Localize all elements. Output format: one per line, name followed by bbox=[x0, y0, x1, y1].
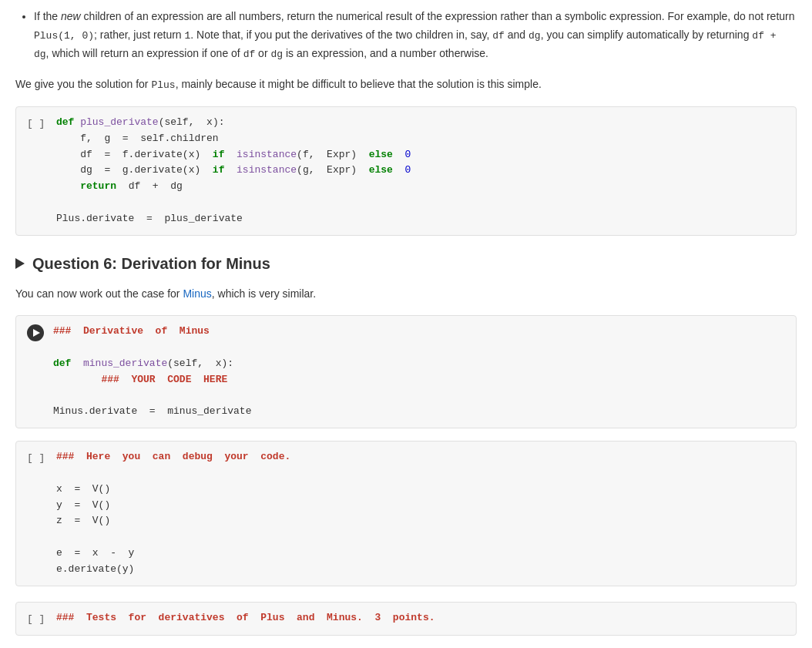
cell-bracket-plus: [ ] bbox=[27, 115, 49, 133]
italic-new: new bbox=[61, 10, 81, 22]
code-df: df bbox=[492, 30, 505, 42]
code-block-tests[interactable]: ### Tests for derivatives of Plus and Mi… bbox=[56, 610, 785, 626]
code-plus-inline: Plus bbox=[151, 79, 175, 91]
code-dg: dg bbox=[528, 30, 541, 42]
code-block-debug[interactable]: ### Here you can debug your code. x = V(… bbox=[56, 449, 785, 577]
minus-text: Minus bbox=[183, 287, 211, 300]
bullet-list: If the new children of an expression are… bbox=[15, 8, 797, 63]
code-cell-tests: [ ] ### Tests for derivatives of Plus an… bbox=[15, 602, 797, 636]
run-button[interactable] bbox=[27, 324, 44, 341]
code-df-plus-dg: df + dg bbox=[34, 30, 777, 60]
bullet-section: If the new children of an expression are… bbox=[15, 8, 797, 63]
description-minus: You can now work out the case for Minus,… bbox=[15, 285, 797, 304]
page-container: If the new children of an expression are… bbox=[0, 0, 812, 648]
intro-paragraph: We give you the solution for Plus, mainl… bbox=[15, 76, 797, 94]
question-6-heading: Question 6: Derivation for Minus bbox=[15, 251, 797, 276]
code-cell-debug: [ ] ### Here you can debug your code. x … bbox=[15, 441, 797, 586]
code-plus10: Plus(1, 0) bbox=[34, 30, 94, 42]
code-dg2: dg bbox=[270, 49, 283, 60]
code-block-plus[interactable]: def plus_derivate(self, x): f, g = self.… bbox=[56, 115, 785, 227]
code-1: 1 bbox=[185, 30, 191, 42]
code-block-minus[interactable]: ### Derivative of Minus def minus_deriva… bbox=[53, 324, 785, 420]
cell-bracket-tests: [ ] bbox=[27, 610, 49, 628]
code-cell-plus: [ ] def plus_derivate(self, x): f, g = s… bbox=[15, 106, 797, 236]
cell-header-plus: [ ] def plus_derivate(self, x): f, g = s… bbox=[16, 107, 796, 235]
question-6-title: Question 6: Derivation for Minus bbox=[32, 251, 270, 276]
cell-header-debug: [ ] ### Here you can debug your code. x … bbox=[16, 442, 796, 585]
bullet-item-1: If the new children of an expression are… bbox=[34, 8, 797, 63]
cell-bracket-debug: [ ] bbox=[27, 449, 49, 467]
cell-header-tests: [ ] ### Tests for derivatives of Plus an… bbox=[16, 603, 796, 636]
collapse-icon[interactable] bbox=[15, 258, 25, 269]
run-cell-minus: ### Derivative of Minus def minus_deriva… bbox=[15, 315, 797, 428]
code-df2: df bbox=[243, 49, 256, 60]
